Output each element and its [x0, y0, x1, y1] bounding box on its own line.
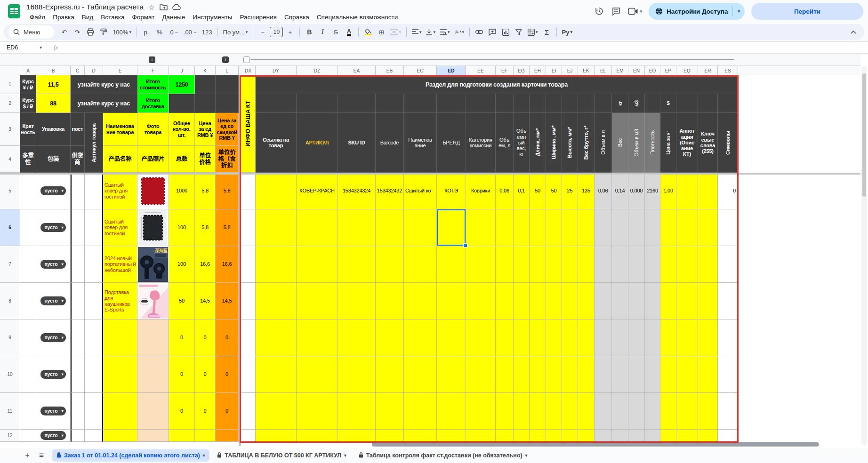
- sheet-tab-3[interactable]: Таблица контроля факт ст.доставки (не об…: [354, 449, 532, 462]
- col-header-EN[interactable]: EN: [628, 66, 645, 75]
- cell-EK8[interactable]: [578, 283, 595, 319]
- cell-EF9[interactable]: [496, 319, 514, 356]
- cell-EL12[interactable]: [595, 430, 612, 442]
- cell-EM11[interactable]: [612, 393, 628, 430]
- cell-B12[interactable]: пусто空的▾: [36, 430, 71, 442]
- undo-button[interactable]: ↶: [58, 26, 70, 38]
- text-wrap-button[interactable]: ▾: [438, 26, 452, 38]
- cell-EQ5[interactable]: [676, 173, 698, 209]
- cell-EH2[interactable]: [530, 94, 546, 113]
- cell-ED7[interactable]: [437, 246, 466, 283]
- cell-EA2[interactable]: [338, 94, 376, 113]
- cell-L10[interactable]: 0: [216, 356, 239, 393]
- cell-K3[interactable]: Цена за ед RMB ¥: [195, 113, 216, 146]
- cell-J1[interactable]: 1250: [169, 75, 195, 94]
- cell-EQ3-4[interactable]: Аннот ация (Опис ание КТ): [676, 113, 698, 173]
- cell-EM7[interactable]: [612, 246, 628, 283]
- cell-EI8[interactable]: [546, 283, 562, 319]
- cell-EO5[interactable]: 2160: [645, 173, 660, 209]
- cell-B5[interactable]: пусто空的▾: [36, 173, 71, 209]
- row-header-10[interactable]: 10: [0, 356, 20, 393]
- cell-L8[interactable]: 14,5: [216, 283, 239, 319]
- cell-EF7[interactable]: [496, 246, 514, 283]
- cell-EM3-4[interactable]: Вес: [612, 113, 628, 173]
- cell-DY1[interactable]: Раздел для подготовки создания карточки …: [256, 75, 738, 94]
- cell-EC5[interactable]: Сшитый ко: [404, 173, 437, 209]
- packaging-dropdown[interactable]: пусто空的▾: [40, 296, 65, 305]
- cell-EO8[interactable]: [645, 283, 660, 319]
- cell-EF11[interactable]: [496, 393, 514, 430]
- cell-EH6[interactable]: [530, 209, 546, 246]
- cell-EM2[interactable]: кг: [612, 94, 628, 113]
- cell-EB8[interactable]: [376, 283, 404, 319]
- cell-B1[interactable]: 11,5: [36, 75, 71, 94]
- cell-E6[interactable]: Сшитый ковер для гостиной: [103, 209, 137, 246]
- cell-ER6[interactable]: [698, 209, 718, 246]
- cell-EE7[interactable]: [466, 246, 496, 283]
- cell-D10[interactable]: [85, 356, 103, 393]
- cell-DX7[interactable]: [241, 246, 256, 283]
- cell-EQ10[interactable]: [676, 356, 698, 393]
- cell-C10[interactable]: [71, 356, 85, 393]
- input-tools-button[interactable]: Ру▾: [560, 26, 574, 38]
- cell-EN11[interactable]: [628, 393, 645, 430]
- cell-A11[interactable]: [20, 393, 36, 430]
- cell-EG5[interactable]: 0,1: [514, 173, 530, 209]
- insert-chart-button[interactable]: [499, 26, 512, 38]
- cell-EQ9[interactable]: [676, 319, 698, 356]
- cell-E11[interactable]: [103, 393, 137, 430]
- horizontal-scrollbar[interactable]: [241, 442, 859, 447]
- fill-color-button[interactable]: [362, 26, 374, 38]
- cell-EB12[interactable]: [376, 430, 404, 442]
- merge-cells-button[interactable]: ▾: [388, 26, 403, 38]
- cell-EG6[interactable]: [514, 209, 530, 246]
- redo-button[interactable]: ↷: [71, 26, 83, 38]
- cell-EG10[interactable]: [514, 356, 530, 393]
- cell-EI7[interactable]: [546, 246, 562, 283]
- menus-search[interactable]: Меню: [8, 25, 54, 39]
- packaging-dropdown[interactable]: пусто空的▾: [40, 370, 65, 379]
- cell-EO12[interactable]: [645, 430, 660, 442]
- cell-ES8[interactable]: [718, 283, 738, 319]
- col-header-ES[interactable]: ES: [718, 66, 738, 75]
- cell-J12[interactable]: [169, 430, 195, 442]
- cell-C1[interactable]: узнайте курс у нас: [71, 75, 137, 94]
- cell-EH11[interactable]: [530, 393, 546, 430]
- cell-DZ10[interactable]: [297, 356, 338, 393]
- col-header-L[interactable]: L: [216, 66, 239, 75]
- cell-F10[interactable]: [137, 356, 169, 393]
- cell-B3[interactable]: Упаковка: [36, 113, 71, 146]
- insert-comment-button[interactable]: [486, 26, 498, 38]
- cell-ED12[interactable]: [437, 430, 466, 442]
- row-header-9[interactable]: 9: [0, 319, 20, 356]
- cell-EB5[interactable]: 153432432: [376, 173, 404, 209]
- cell-EN9[interactable]: [628, 319, 645, 356]
- cell-A4[interactable]: 多重 性: [20, 146, 36, 173]
- cell-DY7[interactable]: [256, 246, 297, 283]
- cell-DZ6[interactable]: [297, 209, 338, 246]
- cell-E9[interactable]: [103, 319, 137, 356]
- cell-EJ10[interactable]: [562, 356, 578, 393]
- col-header-D[interactable]: D: [85, 66, 103, 75]
- cell-ED9[interactable]: [437, 319, 466, 356]
- cell-C9[interactable]: [71, 319, 85, 356]
- cell-EI11[interactable]: [546, 393, 562, 430]
- cell-C4[interactable]: 供货 商: [71, 146, 85, 173]
- cell-K4[interactable]: 单位 价格: [195, 146, 216, 173]
- cell-EE2[interactable]: [466, 94, 496, 113]
- increase-font-size-button[interactable]: +: [284, 26, 296, 38]
- cell-ES10[interactable]: [718, 356, 738, 393]
- cell-A7[interactable]: [20, 246, 36, 283]
- cell-D3[interactable]: Артикул товара: [85, 113, 103, 173]
- cell-C12[interactable]: [71, 430, 85, 442]
- cell-DX6[interactable]: [241, 209, 256, 246]
- cell-C8[interactable]: [71, 283, 85, 319]
- menu-extensions[interactable]: Расширения: [236, 13, 280, 21]
- cell-K5[interactable]: 5,8: [195, 173, 216, 209]
- frozen-rows-divider[interactable]: [0, 173, 860, 175]
- cell-EF10[interactable]: [496, 356, 514, 393]
- cell-D11[interactable]: [85, 393, 103, 430]
- add-sheet-button[interactable]: +: [21, 449, 34, 462]
- cell-EO7[interactable]: [645, 246, 660, 283]
- cell-K6[interactable]: 5,8: [195, 209, 216, 246]
